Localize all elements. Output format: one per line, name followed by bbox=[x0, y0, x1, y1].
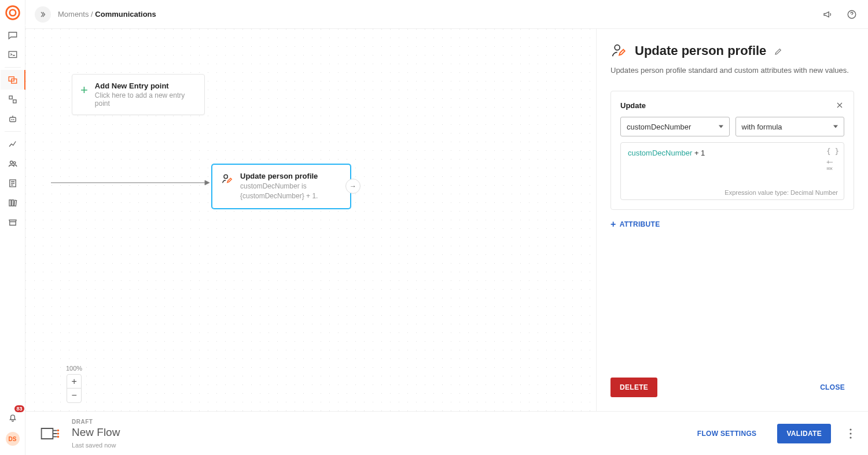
nav-analytics-icon[interactable] bbox=[0, 134, 25, 154]
brand-logo[interactable] bbox=[0, 0, 25, 25]
svg-point-21 bbox=[57, 435, 60, 438]
node-output-port[interactable]: → bbox=[345, 179, 361, 194]
update-card: Update customDecNumber with formula cust… bbox=[610, 91, 854, 210]
attribute-select[interactable]: customDecNumber bbox=[620, 117, 730, 136]
node-title: Update person profile bbox=[240, 172, 318, 180]
svg-point-17 bbox=[224, 175, 227, 178]
mode-select[interactable]: with formula bbox=[735, 117, 845, 136]
nav-library-icon[interactable] bbox=[0, 193, 25, 213]
last-saved: Last saved now bbox=[72, 442, 338, 449]
more-actions-icon[interactable] bbox=[847, 428, 854, 439]
person-edit-icon bbox=[220, 173, 233, 186]
svg-point-0 bbox=[6, 6, 19, 19]
person-edit-icon bbox=[610, 43, 627, 59]
svg-rect-6 bbox=[13, 100, 16, 103]
megaphone-icon[interactable] bbox=[821, 8, 834, 21]
svg-rect-14 bbox=[12, 200, 13, 206]
node-subtitle: customDecNumber is{customDecNumber} + 1. bbox=[240, 182, 318, 201]
panel-description: Updates person profile standard and cust… bbox=[610, 66, 854, 75]
svg-rect-15 bbox=[14, 200, 16, 206]
svg-rect-2 bbox=[9, 51, 17, 58]
nav-chat-icon[interactable] bbox=[0, 25, 25, 45]
formula-editor[interactable]: customDecNumber + 1 { } +−=× Expression … bbox=[620, 142, 844, 200]
breadcrumb-current: Communications bbox=[95, 10, 156, 19]
properties-panel: Update person profile Updates person pro… bbox=[596, 29, 868, 411]
nav-content-icon[interactable] bbox=[0, 173, 25, 193]
footer-bar: DRAFT New Flow Last saved now FLOW SETTI… bbox=[25, 411, 868, 455]
user-avatar[interactable]: DS bbox=[6, 432, 20, 446]
svg-point-8 bbox=[11, 119, 12, 120]
help-icon[interactable] bbox=[845, 8, 859, 21]
expand-nav-button[interactable] bbox=[35, 6, 51, 23]
left-nav-rail: 83 DS bbox=[0, 0, 25, 455]
svg-point-10 bbox=[10, 161, 13, 164]
breadcrumb[interactable]: Moments / Communications bbox=[58, 10, 156, 19]
close-button[interactable]: CLOSE bbox=[811, 378, 854, 397]
svg-rect-5 bbox=[9, 96, 12, 99]
breadcrumb-root[interactable]: Moments bbox=[58, 10, 89, 19]
nav-store-icon[interactable] bbox=[0, 213, 25, 232]
notifications-bell-icon[interactable]: 83 bbox=[0, 408, 25, 427]
insert-placeholder-icon[interactable]: { } bbox=[826, 147, 839, 156]
svg-point-11 bbox=[13, 162, 16, 164]
remove-update-icon[interactable] bbox=[835, 101, 844, 110]
nav-bot-icon[interactable] bbox=[0, 109, 25, 129]
nav-moments-icon[interactable] bbox=[1, 70, 26, 90]
edit-title-icon[interactable] bbox=[774, 46, 784, 56]
update-person-profile-node[interactable]: Update person profile customDecNumber is… bbox=[212, 164, 351, 209]
zoom-in-button[interactable]: + bbox=[67, 375, 81, 389]
top-bar: Moments / Communications bbox=[25, 0, 868, 29]
flow-icon bbox=[39, 423, 60, 444]
zoom-label: 100% bbox=[66, 365, 82, 372]
svg-point-19 bbox=[57, 429, 60, 431]
insert-operator-icon[interactable]: +−=× bbox=[826, 159, 839, 172]
plus-icon: + bbox=[610, 219, 616, 230]
svg-point-23 bbox=[849, 432, 851, 434]
svg-rect-13 bbox=[9, 200, 11, 206]
nav-terminal-icon[interactable] bbox=[0, 45, 25, 65]
nav-tags-icon[interactable] bbox=[0, 90, 25, 109]
flow-name-input[interactable]: New Flow bbox=[72, 426, 338, 439]
svg-point-22 bbox=[849, 428, 851, 430]
svg-point-1 bbox=[9, 9, 16, 16]
flow-settings-button[interactable]: FLOW SETTINGS bbox=[688, 424, 766, 443]
nav-people-icon[interactable] bbox=[0, 154, 25, 173]
svg-point-24 bbox=[849, 436, 851, 438]
expr-token: customDecNumber bbox=[628, 149, 692, 157]
flow-canvas[interactable]: + Add New Entry point Click here to add … bbox=[25, 29, 596, 411]
svg-rect-7 bbox=[9, 117, 16, 122]
delete-button[interactable]: DELETE bbox=[610, 378, 657, 397]
svg-point-18 bbox=[615, 45, 620, 50]
flow-edge bbox=[25, 29, 216, 260]
svg-point-9 bbox=[13, 119, 14, 120]
notification-badge: 83 bbox=[14, 405, 24, 412]
expr-type-hint: Expression value type: Decimal Number bbox=[724, 189, 838, 196]
flow-status: DRAFT bbox=[72, 419, 338, 425]
validate-button[interactable]: VALIDATE bbox=[777, 424, 831, 443]
svg-point-20 bbox=[57, 432, 60, 435]
zoom-out-button[interactable]: − bbox=[67, 389, 81, 402]
panel-title: Update person profile bbox=[635, 43, 766, 58]
expr-op: + 1 bbox=[692, 149, 705, 157]
add-attribute-button[interactable]: + ATTRIBUTE bbox=[610, 219, 854, 230]
update-label: Update bbox=[620, 101, 646, 110]
zoom-controls: 100% + − bbox=[66, 365, 82, 403]
